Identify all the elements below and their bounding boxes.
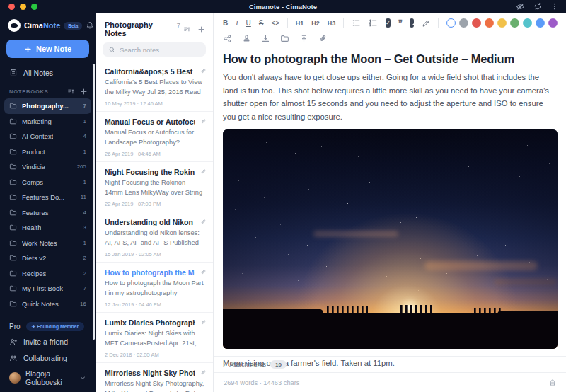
notebook-item-my-first-book[interactable]: My First Book7 [4,281,91,296]
color-purple-swatch[interactable] [548,18,558,28]
notebook-item-comps[interactable]: Comps1 [4,175,91,190]
notebook-item-quick-notes[interactable]: Quick Notes16 [4,296,91,312]
note-card-photograph-moon[interactable]: How to photograph the Moon ... How to ph… [96,263,213,313]
note-card-mirrorless[interactable]: Mirrorless Night Sky Photogra... Mirrorl… [96,363,213,392]
folder-icon [9,102,17,110]
share-icon[interactable] [223,34,232,43]
notebook-item-diets-v2[interactable]: Diets v22 [4,250,91,266]
add-notebook-icon[interactable] [80,88,88,96]
color-blue-swatch[interactable] [536,18,545,28]
note-card-nikon-lenses[interactable]: Understanding old Nikon lens... Understa… [96,212,213,263]
user-account-row[interactable]: Blagoja Golubovski [8,366,88,386]
code-button[interactable]: <> [271,19,279,27]
collaborating-item[interactable]: Collaborating [8,350,88,366]
folder-icon [9,224,17,231]
notebook-item-work-notes[interactable]: Work Notes1 [4,236,91,251]
bullet-list-icon[interactable] [352,18,361,28]
paperclip-icon [200,369,207,376]
color-none-swatch[interactable] [446,18,456,28]
notebook-item-product[interactable]: Product1 [4,144,91,160]
note-card-rokinon[interactable]: Night Focusing the Rokinon 14... Night F… [96,162,213,212]
notebook-item-marketing[interactable]: Marketing1 [4,114,91,129]
heading2-button[interactable]: H2 [311,20,320,27]
beta-badge: Beta [64,22,82,30]
color-red-swatch[interactable] [472,18,481,28]
note-list-panel: Photography Notes 7 California&apos;s 5 … [96,13,214,392]
toolbar-separator [438,18,439,28]
new-note-button[interactable]: New Note [6,40,89,58]
note-body-text[interactable]: You don't always have to get close ups e… [214,66,566,123]
folder-icon [9,132,17,140]
moonrise-photo[interactable] [223,129,558,349]
all-notes-item[interactable]: All Notes [0,64,96,81]
numbered-list-icon[interactable] [369,18,378,28]
blockquote-icon[interactable]: ❞ [398,18,402,28]
note-card-lumix-diaries[interactable]: Lumix Diaries Photographs Ni... Lumix Di… [96,313,213,363]
trash-icon[interactable] [548,379,557,387]
italic-button[interactable]: I [236,19,238,27]
sort-notes-icon[interactable] [183,25,191,33]
add-note-icon[interactable] [197,25,205,33]
folder-icon[interactable] [280,34,289,43]
color-gray-swatch[interactable] [459,18,468,28]
sync-icon[interactable] [533,2,542,11]
notebook-list: Photography...7 Marketing1 AI Context4 P… [0,98,96,311]
more-options-icon[interactable] [550,2,559,11]
folder-icon [9,178,17,186]
heading1-button[interactable]: H1 [296,20,304,27]
underline-button[interactable]: U [246,19,251,27]
paperclip-icon [200,319,207,325]
editor-toolbar: B I U S <> H1 H2 H3 ✓ ❞ [214,13,566,43]
toolbar-separator [343,18,344,28]
checkbox-list-icon[interactable]: ✓ [386,18,391,28]
sort-notebooks-icon[interactable] [67,88,75,96]
note-card-manual-focus[interactable]: Manual Focus or Autofocus fo... Manual F… [96,112,213,162]
color-yellow-swatch[interactable] [497,18,507,28]
notebook-note-count: 7 [177,21,180,29]
app-window: Cimanote - CimaNote CimaNote Beta New No… [0,0,566,392]
notebook-item-features[interactable]: Features4 [4,205,91,221]
editor-footer: 2694 words · 14463 chars [214,373,566,392]
color-green-swatch[interactable] [510,18,519,28]
folder-icon [9,209,17,217]
user-name: Blagoja Golubovski [25,369,74,386]
note-card-california[interactable]: California&apos;s 5 Best Place... Califo… [96,62,213,112]
note-title[interactable]: How to photograph the Moon – Get Outside… [214,43,566,66]
folder-icon [9,193,17,201]
download-icon[interactable] [261,34,270,43]
attach-paperclip-icon[interactable] [318,34,328,43]
notebook-title: Photography Notes [105,21,174,38]
strikethrough-button[interactable]: S [259,19,264,27]
window-title: Cimanote - CimaNote [0,3,566,11]
invite-friend-item[interactable]: Invite a friend [8,333,88,350]
search-input[interactable] [120,46,200,54]
folder-icon [9,148,17,156]
stamp-icon[interactable] [242,34,251,43]
insert-image-icon[interactable] [410,18,415,28]
notebook-item-features-do[interactable]: Features Do...11 [4,190,91,205]
search-bar[interactable] [103,42,206,57]
color-teal-swatch[interactable] [523,18,532,28]
paperclip-icon [200,168,207,175]
notifications-bell-icon[interactable] [86,21,94,30]
heading3-button[interactable]: H3 [328,20,336,27]
pin-icon[interactable] [299,34,308,43]
attachments-section[interactable]: › Attachments 10 [214,356,566,373]
sidebar-scrollbar[interactable] [93,64,95,340]
notebook-item-recipes[interactable]: Recipes2 [4,266,91,282]
pencil-icon[interactable] [422,19,430,28]
word-count: 2694 words · 14463 chars [224,379,300,386]
hide-eye-icon[interactable] [516,2,525,11]
notebook-item-health[interactable]: Health3 [4,220,91,236]
titlebar: Cimanote - CimaNote [0,0,566,13]
notebook-item-vindicia[interactable]: Vindicia265 [4,159,91,175]
notebook-item-photography[interactable]: Photography...7 [4,98,91,114]
attachments-count-badge: 10 [270,360,287,369]
color-orange-swatch[interactable] [485,18,494,28]
chevron-right-icon: › [223,361,225,369]
notebook-item-ai-context[interactable]: AI Context4 [4,129,91,144]
notebooks-header: NOTEBOOKS [0,81,96,98]
folder-icon [9,117,17,125]
bold-button[interactable]: B [223,19,228,27]
sidebar: CimaNote Beta New Note All Notes NOTEBOO… [0,13,96,392]
